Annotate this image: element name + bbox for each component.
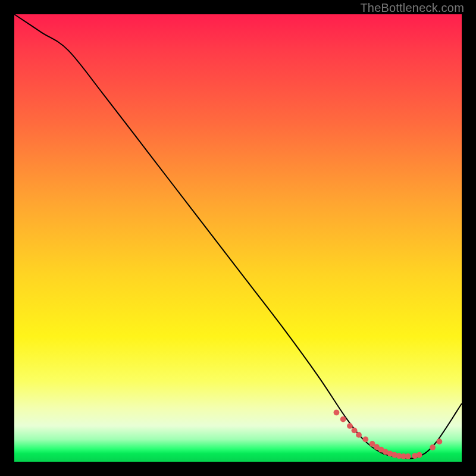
trough-dot [437, 439, 443, 444]
bottleneck-curve [14, 14, 462, 458]
trough-dot [362, 437, 368, 443]
plot-area [14, 14, 462, 462]
chart-container: TheBottleneck.com [0, 0, 476, 476]
trough-dot [334, 409, 340, 415]
trough-dot [416, 452, 422, 458]
watermark-text: TheBottleneck.com [360, 1, 464, 15]
trough-dot [352, 427, 358, 433]
trough-dot [405, 453, 411, 459]
trough-dot [430, 444, 436, 450]
trough-dot [347, 423, 353, 429]
trough-dots [334, 409, 443, 459]
curve-layer [14, 14, 462, 462]
trough-dot [340, 416, 346, 422]
trough-dot [356, 432, 362, 438]
